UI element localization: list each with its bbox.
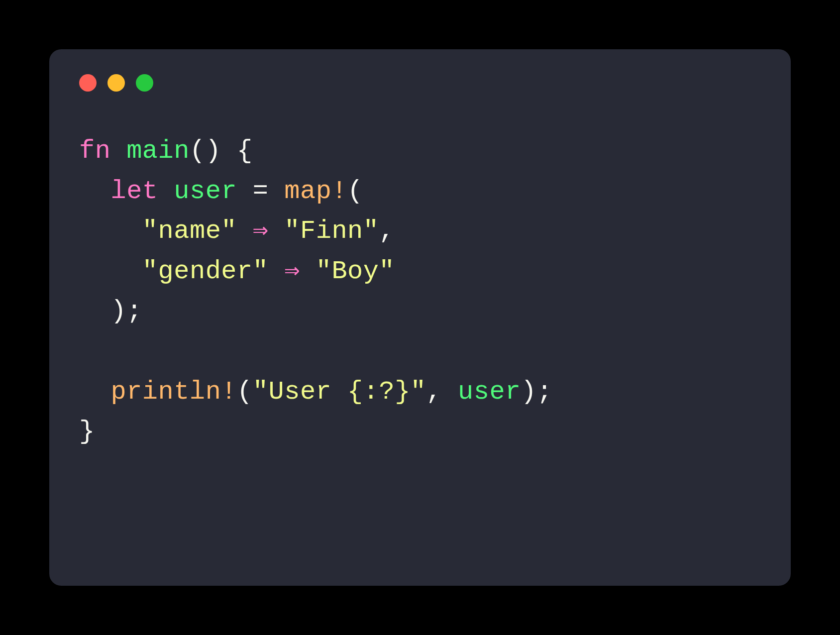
comma: , (379, 216, 395, 246)
close-brace: } (79, 417, 95, 446)
keyword-fn: fn (79, 136, 110, 166)
open-brace: { (221, 136, 252, 166)
string-fmt: "User {:?}" (253, 377, 426, 407)
macro-println: println! (110, 377, 237, 407)
indent (79, 257, 142, 286)
variable-user: user (174, 177, 237, 206)
equals: = (237, 177, 284, 206)
indent (79, 177, 110, 206)
close-paren-semi: ); (521, 377, 552, 407)
string-gender-val: "Boy" (316, 257, 395, 286)
function-main: main (126, 136, 190, 166)
arrow-icon: ⇒ (237, 216, 284, 246)
macro-map: map! (284, 177, 347, 206)
code-block: fn main() { let user = map!( "name" ⇒ "F… (79, 131, 761, 452)
param-user: user (458, 377, 521, 407)
window-controls (79, 74, 761, 92)
indent (79, 377, 110, 407)
minimize-button[interactable] (107, 74, 125, 92)
arrow-icon: ⇒ (268, 257, 315, 286)
string-gender-key: "gender" (142, 257, 269, 286)
indent (79, 216, 142, 246)
open-paren: ( (347, 177, 363, 206)
parens: () (190, 136, 221, 166)
string-name-val: "Finn" (284, 216, 379, 246)
open-paren: ( (237, 377, 253, 407)
close-button[interactable] (79, 74, 97, 92)
string-name-key: "name" (142, 216, 237, 246)
comma: , (426, 377, 458, 407)
maximize-button[interactable] (136, 74, 153, 92)
indent (79, 297, 110, 326)
code-window: fn main() { let user = map!( "name" ⇒ "F… (49, 49, 791, 586)
keyword-let: let (110, 177, 158, 206)
close-paren-semi: ); (110, 297, 142, 326)
